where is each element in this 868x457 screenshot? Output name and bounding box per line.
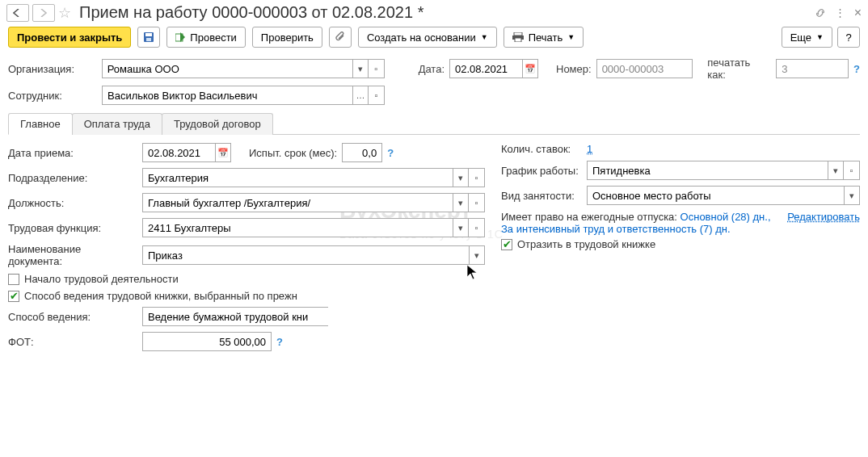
- tab-main[interactable]: Главное: [8, 113, 73, 135]
- fot-input[interactable]: [142, 332, 272, 351]
- docname-dropdown[interactable]: ▾: [469, 245, 485, 265]
- docname-input[interactable]: [142, 245, 469, 265]
- func-open[interactable]: ▫: [469, 218, 485, 237]
- svg-rect-2: [146, 38, 151, 41]
- close-icon[interactable]: ×: [854, 6, 862, 20]
- save-button[interactable]: [137, 27, 160, 48]
- docname-label: Наименование документа:: [8, 243, 137, 267]
- func-dropdown[interactable]: ▾: [453, 218, 469, 237]
- print-label: Печать: [529, 31, 563, 44]
- schedule-open[interactable]: ▫: [844, 161, 860, 180]
- start-activity-label: Начало трудовой деятельности: [24, 273, 179, 285]
- reflect-checkbox[interactable]: ✔: [501, 239, 512, 250]
- leave-extra-link[interactable]: За интенсивный труд и ответственность (7…: [501, 223, 731, 235]
- edit-link[interactable]: Редактировать: [787, 211, 860, 223]
- date-label: Дата:: [419, 63, 445, 75]
- emptype-dropdown[interactable]: ▾: [844, 186, 860, 205]
- svg-rect-4: [514, 32, 522, 36]
- more-label: Еще: [790, 31, 811, 44]
- method-input[interactable]: [142, 307, 328, 326]
- date-input[interactable]: [449, 59, 522, 78]
- tab-pay[interactable]: Оплата труда: [72, 113, 162, 135]
- org-open[interactable]: ▫: [369, 59, 385, 78]
- employee-ellipsis[interactable]: …: [352, 86, 369, 105]
- svg-rect-1: [145, 33, 152, 36]
- create-based-button[interactable]: Создать на основании ▼: [358, 27, 497, 48]
- check-button[interactable]: Проверить: [252, 27, 322, 48]
- create-based-label: Создать на основании: [367, 31, 476, 44]
- dept-label: Подразделение:: [8, 172, 137, 184]
- employee-input[interactable]: [102, 86, 352, 105]
- probation-input[interactable]: [342, 143, 382, 162]
- start-activity-checkbox[interactable]: [8, 274, 19, 285]
- method-checkbox-label: Способ ведения трудовой книжки, выбранны…: [24, 290, 297, 302]
- position-open[interactable]: ▫: [469, 193, 485, 212]
- leave-main-link[interactable]: Основной (28) дн.,: [680, 211, 771, 223]
- dept-input[interactable]: [142, 168, 453, 187]
- post-button-label: Провести: [190, 31, 237, 44]
- calendar-icon[interactable]: 📅: [215, 143, 231, 162]
- func-label: Трудовая функция:: [8, 222, 137, 234]
- post-and-close-button[interactable]: Провести и закрыть: [8, 27, 131, 48]
- position-input[interactable]: [142, 193, 453, 212]
- tab-contract[interactable]: Трудовой договор: [162, 113, 273, 135]
- leave-text: Имеет право на ежегодные отпуска:: [501, 211, 677, 223]
- fot-label: ФОТ:: [8, 336, 137, 348]
- schedule-dropdown[interactable]: ▾: [828, 161, 844, 180]
- hire-date-input[interactable]: [142, 143, 215, 162]
- schedule-input[interactable]: [587, 161, 828, 180]
- nav-back-button[interactable]: [6, 4, 29, 22]
- attach-button[interactable]: [329, 27, 352, 48]
- rates-label: Колич. ставок:: [501, 143, 582, 155]
- print-button[interactable]: Печать ▼: [504, 27, 584, 48]
- print-as-label: печатать как:: [707, 57, 771, 81]
- window-titlebar: ☆ Прием на работу 0000-000003 от 02.08.2…: [0, 0, 868, 23]
- schedule-label: График работы:: [501, 165, 582, 177]
- kebab-icon[interactable]: ⋮: [835, 6, 846, 19]
- chevron-down-icon: ▼: [816, 33, 824, 41]
- employee-label: Сотрудник:: [8, 90, 97, 102]
- post-button[interactable]: Провести: [166, 27, 246, 48]
- hire-date-label: Дата приема:: [8, 147, 137, 159]
- rates-link[interactable]: 1: [587, 143, 592, 155]
- chevron-down-icon: ▼: [567, 33, 575, 41]
- help-hint-icon[interactable]: ?: [853, 63, 860, 75]
- probation-label: Испыт. срок (мес):: [249, 147, 337, 159]
- employee-open[interactable]: ▫: [369, 86, 385, 105]
- number-label: Номер:: [556, 63, 592, 75]
- dept-dropdown[interactable]: ▾: [453, 168, 469, 187]
- help-hint-icon[interactable]: ?: [276, 336, 283, 348]
- position-label: Должность:: [8, 197, 137, 209]
- dept-open[interactable]: ▫: [469, 168, 485, 187]
- emptype-input[interactable]: [587, 186, 844, 205]
- link-icon[interactable]: [814, 6, 827, 19]
- tab-bar: Главное Оплата труда Трудовой договор: [8, 112, 860, 135]
- position-dropdown[interactable]: ▾: [453, 193, 469, 212]
- org-dropdown[interactable]: ▾: [352, 59, 369, 78]
- star-icon[interactable]: ☆: [58, 4, 71, 22]
- func-input[interactable]: [142, 218, 453, 237]
- nav-forward-button[interactable]: [32, 4, 55, 22]
- calendar-icon[interactable]: 📅: [522, 59, 538, 78]
- main-toolbar: Провести и закрыть Провести Проверить Со…: [0, 23, 868, 54]
- method-label: Способ ведения:: [8, 311, 137, 323]
- help-button[interactable]: ?: [837, 27, 860, 48]
- chevron-down-icon: ▼: [481, 33, 488, 41]
- org-label: Организация:: [8, 63, 97, 75]
- emptype-label: Вид занятости:: [501, 190, 582, 202]
- number-input[interactable]: [596, 59, 693, 78]
- print-as-input[interactable]: [776, 59, 849, 78]
- help-hint-icon[interactable]: ?: [387, 147, 394, 159]
- more-button[interactable]: Еще ▼: [782, 27, 832, 48]
- org-input[interactable]: [102, 59, 352, 78]
- reflect-label: Отразить в трудовой книжке: [517, 238, 655, 250]
- svg-rect-6: [515, 38, 521, 42]
- method-checkbox[interactable]: ✔: [8, 291, 19, 302]
- window-title: Прием на работу 0000-000003 от 02.08.202…: [79, 3, 811, 22]
